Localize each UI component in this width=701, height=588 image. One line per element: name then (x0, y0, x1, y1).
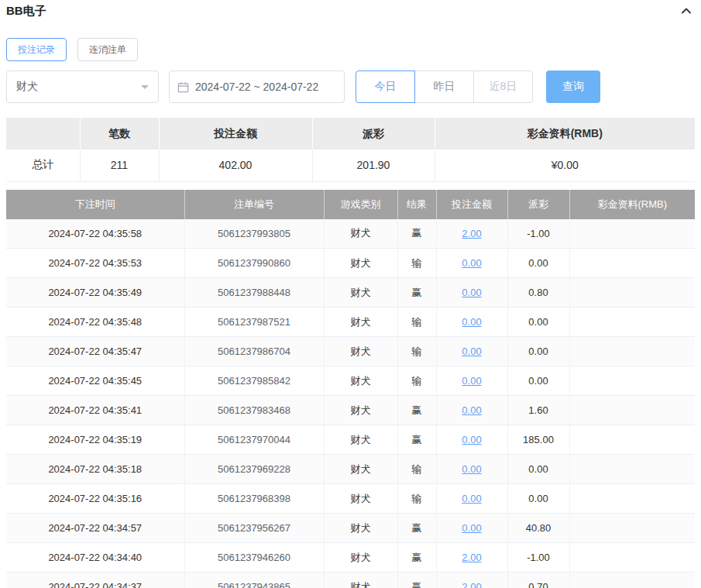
cell-order-number: 5061237988448 (184, 278, 324, 308)
cell-bet-amount: 0.00 (436, 249, 507, 278)
yesterday-button[interactable]: 昨日 (414, 70, 474, 103)
cell-result: 输 (397, 455, 436, 484)
bet-amount-link[interactable]: 0.00 (462, 346, 481, 357)
tab-bet-records[interactable]: 投注记录 (6, 38, 67, 61)
cell-result: 赢 (397, 278, 436, 308)
date-range-value: 2024-07-22 ~ 2024-07-22 (195, 81, 318, 93)
cell-bet-time: 2024-07-22 04:35:41 (6, 396, 184, 425)
quick-date-button-group: 今日 昨日 近8日 (356, 70, 533, 103)
cell-bonus-info (569, 366, 695, 396)
cell-bonus-info (569, 514, 695, 543)
bet-amount-link[interactable]: 0.00 (462, 522, 481, 534)
cell-order-number: 5061237993805 (184, 219, 324, 249)
summary-total-payout: 201.90 (312, 150, 435, 181)
search-button[interactable]: 查询 (546, 70, 600, 103)
bet-amount-link[interactable]: 2.00 (462, 581, 481, 588)
cell-payout: 0.80 (507, 278, 569, 308)
cell-order-number: 5061237956267 (184, 514, 324, 543)
cell-result: 赢 (397, 514, 436, 543)
cell-bonus-info (569, 278, 695, 308)
summary-total-label: 总计 (6, 150, 80, 181)
col-result: 结果 (397, 190, 436, 219)
bet-amount-link[interactable]: 2.00 (462, 552, 481, 563)
cell-game-type: 财犬 (324, 337, 397, 366)
bet-amount-link[interactable]: 0.00 (462, 434, 481, 445)
summary-col-count: 笔数 (80, 118, 159, 150)
bet-amount-link[interactable]: 0.00 (462, 463, 481, 475)
table-row: 2024-07-22 04:35:535061237990860财犬输0.000… (6, 249, 695, 278)
cell-order-number: 5061237987521 (184, 308, 324, 337)
cell-order-number: 5061237946260 (184, 543, 324, 573)
cell-bet-amount: 2.00 (436, 573, 507, 588)
today-button[interactable]: 今日 (356, 70, 415, 103)
col-bonus-info: 彩金资料(RMB) (569, 190, 695, 219)
cell-result: 赢 (397, 573, 436, 588)
table-row: 2024-07-22 04:34:575061237956267财犬赢0.004… (6, 514, 695, 543)
cell-order-number: 5061237986704 (184, 337, 324, 366)
summary-total-row: 总计 211 402.00 201.90 ¥0.00 (6, 150, 695, 181)
bet-amount-link[interactable]: 0.00 (462, 375, 481, 387)
cell-order-number: 5061237969228 (184, 455, 324, 484)
col-order-number: 注单编号 (184, 190, 324, 219)
game-select[interactable]: 财犬 (6, 70, 159, 103)
cell-bonus-info (569, 308, 695, 337)
summary-col-bet-amount: 投注金额 (159, 118, 312, 150)
cell-game-type: 财犬 (324, 514, 397, 543)
bet-amount-link[interactable]: 0.00 (462, 257, 481, 269)
cell-bet-time: 2024-07-22 04:35:48 (6, 308, 184, 337)
col-bet-amount: 投注金额 (436, 190, 507, 219)
cell-bonus-info (569, 337, 695, 366)
summary-col-bonus: 彩金资料(RMB) (435, 118, 695, 150)
page-title: BB电子 (6, 4, 46, 19)
filter-bar: 财犬 2024-07-22 ~ 2024-07-22 今日 昨日 近8日 查询 (6, 70, 695, 103)
bet-amount-link[interactable]: 0.00 (462, 316, 481, 328)
cell-bonus-info (569, 543, 695, 573)
cell-order-number: 5061237968398 (184, 484, 324, 514)
cell-bet-amount: 0.00 (436, 484, 507, 514)
cell-bonus-info (569, 249, 695, 278)
table-row: 2024-07-22 04:35:415061237983468财犬赢0.001… (6, 396, 695, 425)
cell-bonus-info (569, 484, 695, 514)
chevron-up-icon[interactable] (678, 2, 695, 19)
bet-amount-link[interactable]: 0.00 (462, 287, 481, 298)
cell-bet-amount: 0.00 (436, 337, 507, 366)
cell-payout: 1.60 (507, 396, 569, 425)
cell-bet-time: 2024-07-22 04:35:49 (6, 278, 184, 308)
cell-result: 赢 (397, 425, 436, 455)
cell-payout: -1.00 (507, 219, 569, 249)
cell-payout: -1.00 (507, 543, 569, 573)
last-8-days-button[interactable]: 近8日 (473, 70, 533, 103)
cell-bet-time: 2024-07-22 04:35:58 (6, 219, 184, 249)
bet-amount-link[interactable]: 2.00 (462, 228, 481, 239)
cell-result: 输 (397, 249, 436, 278)
cell-result: 赢 (397, 543, 436, 573)
bet-table: 下注时间 注单编号 游戏类别 结果 投注金额 派彩 彩金资料(RMB) 2024… (6, 190, 695, 588)
cell-game-type: 财犬 (324, 249, 397, 278)
bet-amount-link[interactable]: 0.00 (462, 493, 481, 504)
cell-bet-amount: 0.00 (436, 514, 507, 543)
summary-total-bet-amount: 402.00 (159, 150, 312, 181)
col-payout: 派彩 (507, 190, 569, 219)
date-range-input[interactable]: 2024-07-22 ~ 2024-07-22 (169, 70, 345, 103)
tab-canceled-orders[interactable]: 连消注单 (77, 38, 138, 61)
cell-order-number: 5061237970044 (184, 425, 324, 455)
cell-game-type: 财犬 (324, 543, 397, 573)
table-row: 2024-07-22 04:35:485061237987521财犬输0.000… (6, 308, 695, 337)
cell-game-type: 财犬 (324, 484, 397, 514)
summary-total-bonus: ¥0.00 (435, 150, 695, 181)
summary-total-count: 211 (80, 150, 159, 181)
cell-game-type: 财犬 (324, 455, 397, 484)
cell-bet-time: 2024-07-22 04:35:47 (6, 337, 184, 366)
table-row: 2024-07-22 04:34:375061237943865财犬赢2.000… (6, 573, 695, 588)
cell-game-type: 财犬 (324, 396, 397, 425)
cell-result: 输 (397, 308, 436, 337)
cell-payout: 0.70 (507, 573, 569, 588)
cell-game-type: 财犬 (324, 278, 397, 308)
cell-bet-amount: 2.00 (436, 219, 507, 249)
bet-table-body: 2024-07-22 04:35:585061237993805财犬赢2.00-… (6, 219, 695, 588)
bet-amount-link[interactable]: 0.00 (462, 404, 481, 416)
cell-payout: 40.80 (507, 514, 569, 543)
chevron-down-icon (141, 85, 149, 93)
cell-bet-time: 2024-07-22 04:35:45 (6, 366, 184, 396)
table-row: 2024-07-22 04:34:405061237946260财犬赢2.00-… (6, 543, 695, 573)
